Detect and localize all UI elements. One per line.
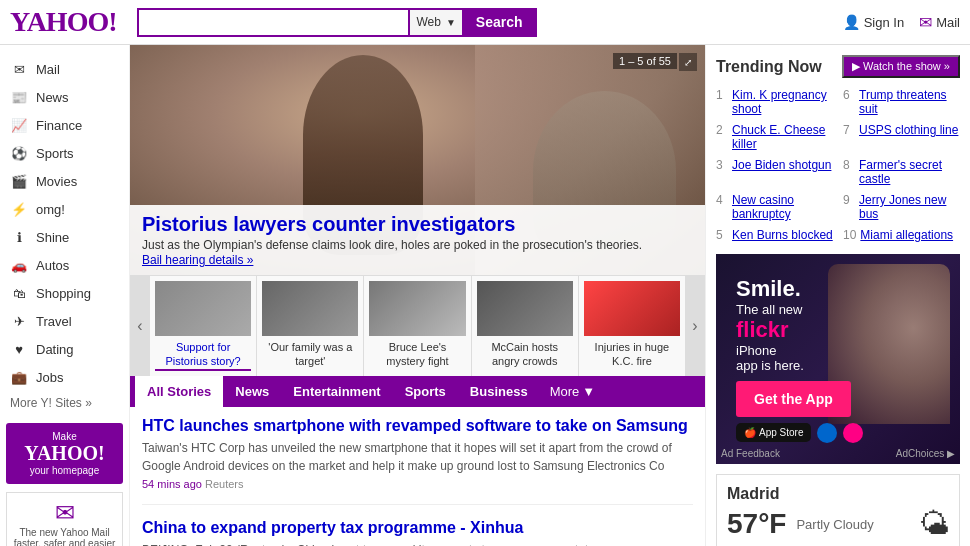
thumb-item-5[interactable]: Injuries in huge K.C. fire bbox=[579, 276, 685, 376]
thumb-caption-5: Injuries in huge K.C. fire bbox=[584, 340, 680, 369]
tabs-more-button[interactable]: More ▼ bbox=[540, 376, 606, 407]
article-1-source: Reuters bbox=[205, 478, 244, 490]
weather-current-icon: 🌤 bbox=[919, 507, 949, 541]
shine-icon: ℹ bbox=[10, 228, 28, 246]
hero-link[interactable]: Bail hearing details » bbox=[142, 253, 253, 267]
thumb-item-4[interactable]: McCain hosts angry crowds bbox=[472, 276, 579, 376]
sidebar-item-movies[interactable]: 🎬 Movies bbox=[0, 167, 129, 195]
search-input[interactable] bbox=[137, 8, 409, 37]
trending-item-7: 7 USPS clothing line bbox=[843, 121, 960, 153]
sidebar-item-shopping[interactable]: 🛍 Shopping bbox=[0, 279, 129, 307]
ad-feedback-text[interactable]: Ad Feedback bbox=[721, 448, 780, 459]
tab-all-stories[interactable]: All Stories bbox=[135, 376, 223, 407]
adchoices-text[interactable]: AdChoices ▶ bbox=[896, 448, 955, 459]
trending-link-7[interactable]: USPS clothing line bbox=[859, 123, 958, 151]
thumb-item-1[interactable]: Support for Pistorius story? bbox=[150, 276, 257, 376]
web-dropdown[interactable]: Web ▼ bbox=[408, 8, 461, 37]
weather-location: Madrid bbox=[727, 485, 949, 503]
tab-news[interactable]: News bbox=[223, 376, 281, 407]
sidebar: ✉ Mail 📰 News 📈 Finance ⚽ Sports 🎬 Movie… bbox=[0, 45, 130, 546]
trending-link-8[interactable]: Farmer's secret castle bbox=[859, 158, 960, 186]
trending-item-8: 8 Farmer's secret castle bbox=[843, 156, 960, 188]
hero-description: Just as the Olympian's defense claims lo… bbox=[142, 238, 693, 252]
search-button[interactable]: Search bbox=[462, 8, 537, 37]
content-area: Pistorius lawyers counter investigators … bbox=[130, 45, 705, 546]
movies-icon: 🎬 bbox=[10, 172, 28, 190]
autos-icon: 🚗 bbox=[10, 256, 28, 274]
prev-thumb-button[interactable]: ‹ bbox=[130, 276, 150, 376]
tab-business[interactable]: Business bbox=[458, 376, 540, 407]
thumbnails-row: ‹ Support for Pistorius story? 'Our fami… bbox=[130, 275, 705, 376]
article-2-body: BEIJING, Feb 20 (Reuters) - China is set… bbox=[142, 541, 693, 546]
trending-list: 1 Kim. K pregnancy shoot 6 Trump threate… bbox=[716, 86, 960, 244]
flickr-ad-banner: Smile. The all new flickr iPhone app is … bbox=[716, 254, 960, 464]
tab-entertainment[interactable]: Entertainment bbox=[281, 376, 392, 407]
sidebar-item-finance[interactable]: 📈 Finance bbox=[0, 111, 129, 139]
trending-item-10: 10 Miami allegations bbox=[843, 226, 960, 244]
expand-icon[interactable]: ⤢ bbox=[679, 53, 697, 71]
hero-counter: 1 – 5 of 55 bbox=[613, 53, 677, 69]
yahoo-logo[interactable]: YAHOO! bbox=[10, 6, 117, 38]
mail-link[interactable]: ✉ Mail bbox=[919, 13, 960, 32]
trending-link-3[interactable]: Joe Biden shotgun bbox=[732, 158, 831, 186]
trending-link-6[interactable]: Trump threatens suit bbox=[859, 88, 960, 116]
thumb-image-2 bbox=[262, 281, 358, 336]
sign-in-link[interactable]: 👤 Sign In bbox=[843, 14, 904, 30]
next-thumb-button[interactable]: › bbox=[685, 276, 705, 376]
hero-overlay: Pistorius lawyers counter investigators … bbox=[130, 205, 705, 275]
thumb-item-2[interactable]: 'Our family was a target' bbox=[257, 276, 364, 376]
travel-icon: ✈ bbox=[10, 312, 28, 330]
make-yahoo-banner[interactable]: Make YAHOO! your homepage bbox=[6, 423, 123, 484]
appstore-row: 🍎 App Store bbox=[736, 423, 940, 443]
thumb-caption-4: McCain hosts angry crowds bbox=[477, 340, 573, 369]
thumb-image-4 bbox=[477, 281, 573, 336]
dating-icon: ♥ bbox=[10, 340, 28, 358]
sidebar-item-mail[interactable]: ✉ Mail bbox=[0, 55, 129, 83]
more-sites[interactable]: More Y! Sites » bbox=[0, 391, 129, 415]
get-app-button[interactable]: Get the App bbox=[736, 381, 851, 417]
trending-item-2: 2 Chuck E. Cheese killer bbox=[716, 121, 833, 153]
ad-footer: Ad Feedback AdChoices ▶ bbox=[721, 448, 955, 459]
sidebar-item-travel[interactable]: ✈ Travel bbox=[0, 307, 129, 335]
thumb-caption-1: Support for Pistorius story? bbox=[155, 340, 251, 371]
trending-item-3: 3 Joe Biden shotgun bbox=[716, 156, 833, 188]
trending-link-9[interactable]: Jerry Jones new bus bbox=[859, 193, 960, 221]
sidebar-item-sports[interactable]: ⚽ Sports bbox=[0, 139, 129, 167]
trending-title: Trending Now bbox=[716, 58, 822, 76]
article-1-title[interactable]: HTC launches smartphone with revamped so… bbox=[142, 417, 693, 435]
article-2-title[interactable]: China to expand property tax programme -… bbox=[142, 519, 693, 537]
trending-link-10[interactable]: Miami allegations bbox=[860, 228, 953, 242]
ad-line3: app is here. bbox=[736, 358, 940, 373]
appstore-button[interactable]: 🍎 App Store bbox=[736, 423, 811, 442]
tab-sports[interactable]: Sports bbox=[393, 376, 458, 407]
hero-title[interactable]: Pistorius lawyers counter investigators bbox=[142, 213, 693, 236]
trending-link-5[interactable]: Ken Burns blocked bbox=[732, 228, 833, 242]
search-bar: Web ▼ Search bbox=[137, 8, 537, 37]
sidebar-item-news[interactable]: 📰 News bbox=[0, 83, 129, 111]
flickr-pink-dot bbox=[843, 423, 863, 443]
jobs-icon: 💼 bbox=[10, 368, 28, 386]
trending-item-6: 6 Trump threatens suit bbox=[843, 86, 960, 118]
trending-item-9: 9 Jerry Jones new bus bbox=[843, 191, 960, 223]
weather-description: Partly Cloudy bbox=[796, 517, 873, 532]
watch-show-button[interactable]: ▶ Watch the show » bbox=[842, 55, 960, 78]
thumb-image-5 bbox=[584, 281, 680, 336]
trending-link-4[interactable]: New casino bankruptcy bbox=[732, 193, 833, 221]
sidebar-item-autos[interactable]: 🚗 Autos bbox=[0, 251, 129, 279]
sidebar-item-dating[interactable]: ♥ Dating bbox=[0, 335, 129, 363]
shopping-icon: 🛍 bbox=[10, 284, 28, 302]
weather-temperature: 57°F bbox=[727, 508, 786, 540]
apple-icon: 🍎 bbox=[744, 427, 756, 438]
mail-sidebar-icon: ✉ bbox=[10, 60, 28, 78]
sidebar-item-shine[interactable]: ℹ Shine bbox=[0, 223, 129, 251]
sidebar-item-jobs[interactable]: 💼 Jobs bbox=[0, 363, 129, 391]
weather-current: 57°F Partly Cloudy 🌤 bbox=[727, 507, 949, 541]
promo-mail-icon: ✉ bbox=[13, 499, 116, 527]
trending-link-1[interactable]: Kim. K pregnancy shoot bbox=[732, 88, 833, 116]
trending-section: Trending Now ▶ Watch the show » 1 Kim. K… bbox=[716, 55, 960, 244]
thumb-item-3[interactable]: Bruce Lee's mystery fight bbox=[364, 276, 471, 376]
thumb-image-3 bbox=[369, 281, 465, 336]
header: YAHOO! Web ▼ Search 👤 Sign In ✉ Mail bbox=[0, 0, 970, 45]
sidebar-item-omg[interactable]: ⚡ omg! bbox=[0, 195, 129, 223]
trending-link-2[interactable]: Chuck E. Cheese killer bbox=[732, 123, 833, 151]
